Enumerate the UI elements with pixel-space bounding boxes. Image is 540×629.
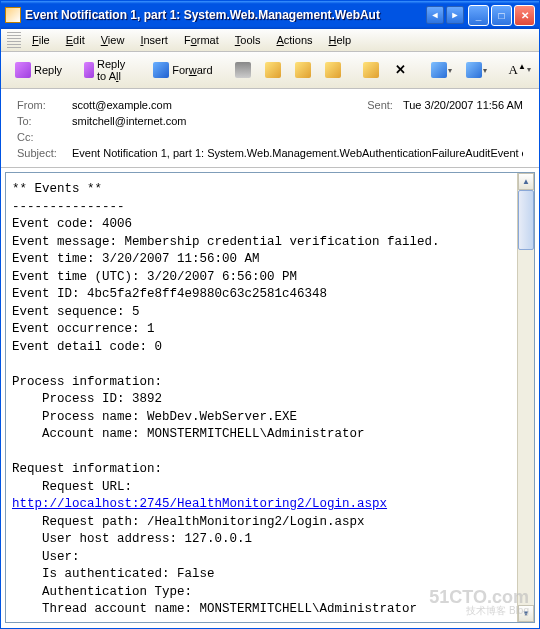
mail-icon: [5, 7, 21, 23]
rules-button[interactable]: [357, 59, 385, 81]
print-icon: [235, 62, 251, 78]
menu-edit[interactable]: Edit: [59, 32, 92, 48]
flag-icon: [295, 62, 311, 78]
toolbar: Reply Reply to All Forward ✕ ▾ ▾ A▲▾ ?▾: [1, 52, 539, 89]
font-label: A▲: [509, 62, 526, 78]
forward-label: Forward: [172, 64, 212, 76]
window-buttons: _ □ ✕: [468, 5, 535, 26]
menu-tools[interactable]: Tools: [228, 32, 268, 48]
from-label: From:: [17, 99, 72, 111]
menu-view[interactable]: View: [94, 32, 132, 48]
delete-button[interactable]: ✕: [387, 59, 415, 81]
arrow-up-icon: [431, 62, 447, 78]
print-button[interactable]: [229, 59, 257, 81]
grip-icon: [7, 32, 21, 48]
chevron-down-icon: ▾: [483, 66, 487, 75]
task-button[interactable]: [319, 59, 347, 81]
titlebar: Event Notification 1, part 1: System.Web…: [1, 1, 539, 29]
subject-value: Event Notification 1, part 1: System.Web…: [72, 147, 523, 159]
to-label: To:: [17, 115, 72, 127]
reply-all-icon: [84, 62, 94, 78]
maximize-button[interactable]: □: [491, 5, 512, 26]
scroll-down-button[interactable]: ▼: [518, 605, 534, 622]
close-button[interactable]: ✕: [514, 5, 535, 26]
prev-button[interactable]: ▾: [425, 59, 458, 81]
reply-all-label: Reply to All: [97, 58, 131, 82]
scroll-thumb[interactable]: [518, 190, 534, 250]
rules-icon: [363, 62, 379, 78]
cc-value: [72, 131, 523, 143]
menu-actions[interactable]: Actions: [269, 32, 319, 48]
forward-button[interactable]: Forward: [147, 59, 218, 81]
chevron-down-icon: ▾: [448, 66, 452, 75]
subject-label: Subject:: [17, 147, 72, 159]
sent-label: Sent:: [367, 99, 393, 111]
menu-format[interactable]: Format: [177, 32, 226, 48]
delete-icon: ✕: [393, 62, 409, 78]
prev-item-button[interactable]: ◄: [426, 6, 444, 24]
arrow-down-icon: [466, 62, 482, 78]
flag-button[interactable]: [289, 59, 317, 81]
font-size-button[interactable]: A▲▾: [503, 59, 537, 81]
next-button[interactable]: ▾: [460, 59, 493, 81]
message-body[interactable]: ** Events ** --------------- Event code:…: [5, 172, 535, 623]
menu-insert[interactable]: Insert: [133, 32, 175, 48]
body-container: ** Events ** --------------- Event code:…: [1, 168, 539, 627]
reply-label: Reply: [34, 64, 62, 76]
reply-icon: [15, 62, 31, 78]
folder-icon: [265, 62, 281, 78]
request-url-link[interactable]: http://localhost:2745/HealthMonitoring2/…: [12, 497, 387, 511]
window-title: Event Notification 1, part 1: System.Web…: [25, 8, 426, 22]
cc-label: Cc:: [17, 131, 72, 143]
to-value: smitchell@internet.com: [72, 115, 523, 127]
task-icon: [325, 62, 341, 78]
chevron-down-icon: ▾: [527, 65, 531, 74]
menubar: File Edit View Insert Format Tools Actio…: [1, 29, 539, 52]
nav-group: ◄ ►: [426, 6, 464, 24]
menu-help[interactable]: Help: [322, 32, 359, 48]
reply-all-button[interactable]: Reply to All: [78, 55, 137, 85]
menu-file[interactable]: File: [25, 32, 57, 48]
next-item-button[interactable]: ►: [446, 6, 464, 24]
move-button[interactable]: [259, 59, 287, 81]
from-value: scott@example.com: [72, 99, 367, 111]
scrollbar[interactable]: ▲ ▼: [517, 173, 534, 622]
minimize-button[interactable]: _: [468, 5, 489, 26]
message-header: From: scott@example.com Sent: Tue 3/20/2…: [1, 89, 539, 168]
forward-icon: [153, 62, 169, 78]
reply-button[interactable]: Reply: [9, 59, 68, 81]
scroll-up-button[interactable]: ▲: [518, 173, 534, 190]
sent-value: Tue 3/20/2007 11:56 AM: [403, 99, 523, 111]
